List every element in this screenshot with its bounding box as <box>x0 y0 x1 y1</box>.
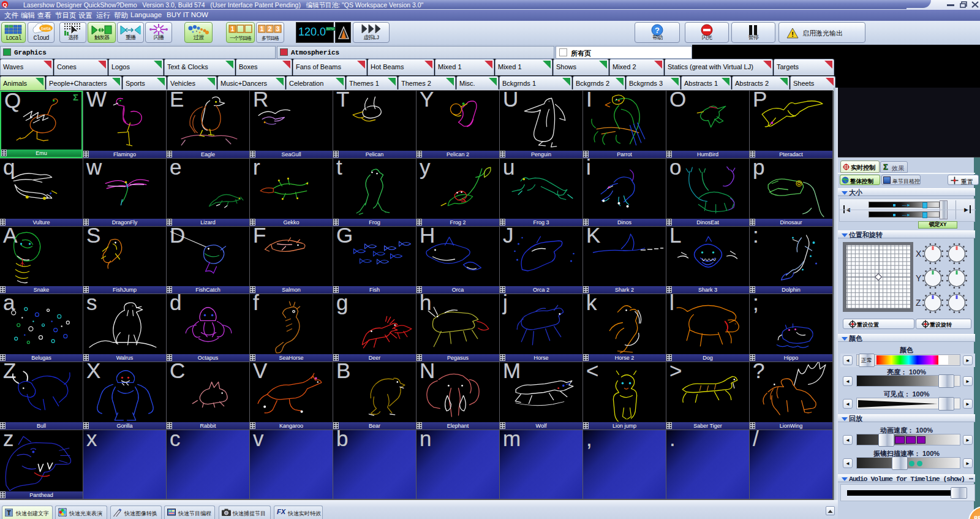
svg-text:3: 3 <box>276 26 280 32</box>
svg-text:1: 1 <box>260 26 264 32</box>
svg-text:!: ! <box>791 31 794 38</box>
svg-text:Q: Q <box>2 2 7 8</box>
svg-text:1: 1 <box>230 26 234 32</box>
svg-text:beta: beta <box>41 26 51 31</box>
svg-text:T: T <box>7 509 11 517</box>
svg-text:2: 2 <box>268 26 272 32</box>
